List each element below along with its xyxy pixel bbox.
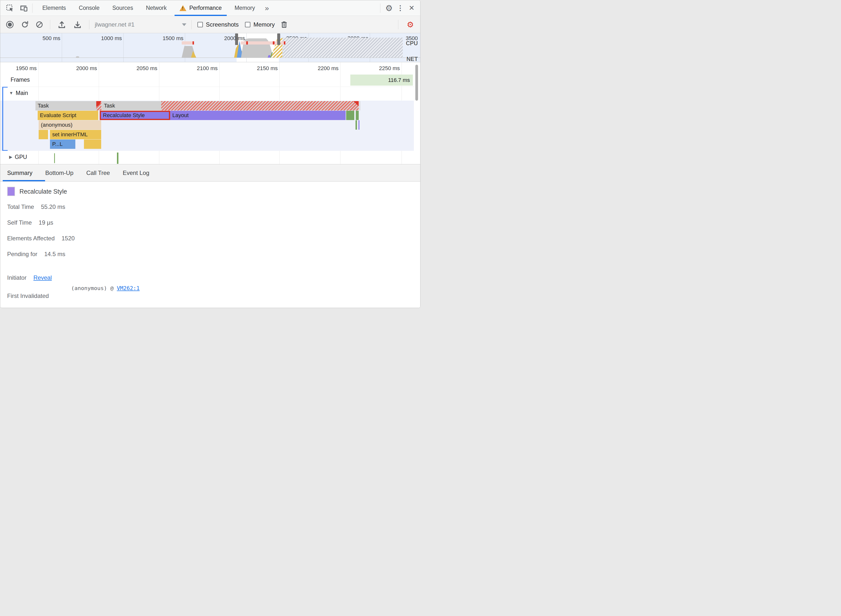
long-task-indicator [281, 41, 285, 44]
frame-duration-box[interactable]: 116.7 ms [350, 75, 413, 86]
inspect-element-icon[interactable] [5, 3, 15, 13]
vertical-scrollbar-thumb[interactable] [415, 65, 418, 101]
chevron-down-icon [182, 23, 186, 26]
tab-call-tree[interactable]: Call Tree [86, 170, 110, 176]
summary-pane: Recalculate Style Total Time 55.20 ms Se… [0, 182, 420, 308]
flame-bar-task[interactable]: Task [35, 101, 96, 110]
flame-bar-script[interactable] [39, 130, 48, 139]
event-color-swatch [7, 187, 15, 196]
tab-performance[interactable]: Performance [173, 0, 228, 16]
timeline-detail[interactable]: 1950 ms 2000 ms 2050 ms 2100 ms 2150 ms … [0, 62, 420, 164]
profile-select[interactable]: jlwagner.net #1 [95, 21, 186, 28]
summary-row: Elements Affected 1520 [7, 235, 75, 242]
trash-icon[interactable] [280, 21, 288, 29]
triangle-right-icon[interactable]: ▶ [9, 154, 12, 160]
memory-checkbox[interactable]: Memory [245, 21, 275, 28]
timeline-overview[interactable]: 500 ms 1000 ms 1500 ms 2000 ms 2500 ms 3… [0, 33, 420, 62]
flame-bar-sliver[interactable] [359, 120, 359, 130]
detail-tick: 2250 ms [379, 65, 400, 72]
detail-tick: 2150 ms [257, 65, 278, 72]
detail-tick: 2100 ms [197, 65, 218, 72]
net-lane-label: NET [406, 56, 418, 62]
flame-bar-sliver[interactable] [356, 120, 357, 130]
warning-icon [179, 5, 186, 11]
flame-bar-evaluate-script[interactable]: Evaluate Script [38, 111, 98, 120]
close-icon[interactable]: ✕ [406, 3, 417, 13]
device-toolbar-icon[interactable] [18, 3, 29, 13]
idle-hatch-gray [282, 38, 403, 57]
frames-track-label: Frames [10, 76, 30, 83]
flame-bar-paint[interactable] [356, 111, 359, 120]
gpu-track-header[interactable]: ▶ GPU [9, 154, 27, 160]
load-profile-icon[interactable] [57, 21, 66, 29]
summary-row-initiator: Initiator Reveal [7, 274, 52, 281]
checkbox[interactable] [197, 22, 203, 27]
source-location-link[interactable]: VM262:1 [117, 285, 140, 291]
more-tabs-icon[interactable]: » [262, 4, 272, 12]
long-task-indicator [241, 41, 277, 44]
tab-summary[interactable]: Summary [7, 170, 32, 176]
main-track-bracket [2, 87, 7, 151]
tab-elements[interactable]: Elements [36, 0, 72, 16]
divider [32, 3, 32, 13]
gpu-activity-bar[interactable] [117, 153, 118, 164]
first-invalidated-label: First Invalidated [7, 292, 49, 299]
summary-row: Pending for 14.5 ms [7, 251, 65, 258]
triangle-down-icon[interactable]: ▼ [9, 91, 13, 96]
save-profile-icon[interactable] [74, 21, 82, 29]
detail-tick: 2000 ms [76, 65, 97, 72]
initiator-reveal-link[interactable]: Reveal [34, 274, 52, 281]
devtools-window: Elements Console Sources Network Perform… [0, 0, 420, 308]
flame-bar-recalculate-style-selected[interactable]: Recalculate Style [100, 111, 170, 120]
tab-sources[interactable]: Sources [106, 0, 139, 16]
detail-tick: 2200 ms [318, 65, 338, 72]
performance-toolbar: jlwagner.net #1 Screenshots Memory ⚙ [0, 16, 420, 33]
long-task-indicator [182, 41, 194, 44]
long-task-tail[interactable] [161, 101, 359, 110]
flame-bar-task[interactable]: Task [102, 101, 161, 110]
flame-bar-layout[interactable]: Layout [170, 111, 346, 120]
reload-and-record-button[interactable] [21, 21, 29, 29]
flame-bar-task-sliver[interactable] [359, 101, 360, 110]
gpu-activity-bar[interactable] [54, 153, 55, 163]
flame-bar-set-innerhtml[interactable]: set innerHTML [50, 130, 101, 139]
tab-event-log[interactable]: Event Log [123, 170, 149, 176]
settings-gear-icon[interactable]: ⚙ [384, 3, 394, 13]
detail-tick: 1950 ms [16, 65, 37, 72]
divider [398, 20, 398, 29]
divider [89, 20, 90, 29]
analysis-tab-strip: Summary Bottom-Up Call Tree Event Log [0, 164, 420, 182]
divider [50, 20, 50, 29]
event-title: Recalculate Style [19, 188, 67, 195]
capture-settings-gear-icon[interactable]: ⚙ [407, 20, 414, 29]
cpu-lane-label: CPU [406, 40, 418, 47]
summary-row: Total Time 55.20 ms [7, 204, 65, 210]
flame-bar-paint[interactable] [346, 111, 354, 120]
flame-bar-anonymous[interactable]: (anonymous) [39, 120, 101, 130]
tab-bottom-up[interactable]: Bottom-Up [45, 170, 74, 176]
tab-console[interactable]: Console [72, 0, 106, 16]
tab-network[interactable]: Network [140, 0, 173, 16]
summary-row: Self Time 19 µs [7, 219, 53, 226]
active-tab-underline [3, 180, 45, 181]
detail-tick: 2050 ms [137, 65, 157, 72]
kebab-menu-icon[interactable]: ⋮ [395, 3, 406, 13]
flame-bar-script[interactable] [84, 139, 101, 149]
record-button[interactable] [6, 21, 13, 28]
tab-memory[interactable]: Memory [228, 0, 262, 16]
selection-right-handle[interactable] [277, 34, 280, 45]
devtools-tab-bar: Elements Console Sources Network Perform… [0, 0, 420, 16]
checkbox[interactable] [245, 22, 250, 27]
first-invalidated-stack: (anonymous) @ VM262:1 [71, 285, 140, 291]
flame-bar-parse-html[interactable]: P...L [50, 139, 75, 149]
screenshots-checkbox[interactable]: Screenshots [197, 21, 238, 28]
main-track-header[interactable]: ▼ Main [9, 90, 28, 97]
clear-recordings-icon[interactable] [36, 21, 43, 28]
overview-tick: 2000 ms [224, 35, 245, 41]
